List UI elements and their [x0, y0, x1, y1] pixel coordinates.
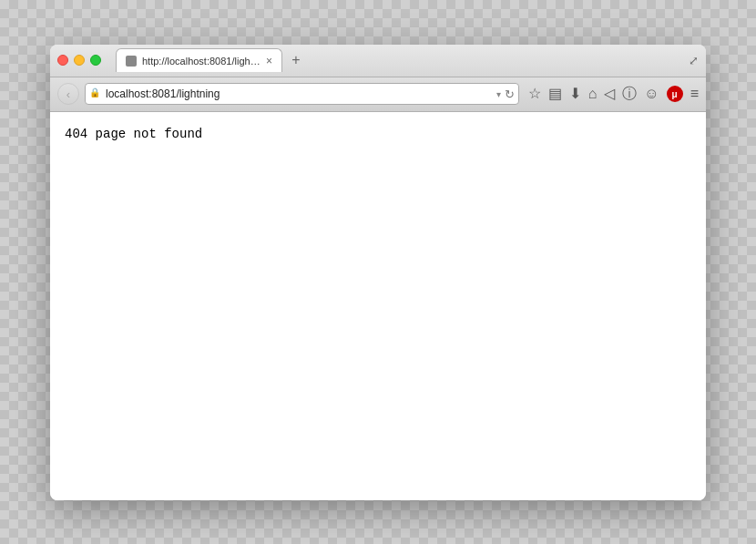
tab-close-icon[interactable]: ×: [266, 56, 272, 67]
tab-favicon: [126, 56, 137, 67]
menu-icon[interactable]: ≡: [690, 86, 699, 102]
ublock-button[interactable]: μ: [667, 86, 683, 102]
chat-icon[interactable]: ☺: [644, 87, 659, 101]
ublock-label: μ: [672, 89, 678, 99]
toolbar-icons: ☆ ▤ ⬇ ⌂ ◁ ⓘ ☺ μ ≡: [528, 86, 699, 102]
expand-icon[interactable]: ⤢: [689, 54, 699, 67]
reader-icon[interactable]: ▤: [548, 87, 562, 101]
back-icon: ‹: [66, 87, 70, 101]
address-input[interactable]: [106, 87, 493, 100]
toolbar: ‹ 🔒 ▾ ↻ ☆ ▤ ⬇ ⌂ ◁ ⓘ ☺ μ ≡: [50, 77, 706, 112]
tab-title: http://localhost:8081/lightning: [142, 56, 261, 67]
traffic-lights: [57, 55, 101, 66]
browser-window: http://localhost:8081/lightning × + ⤢ ‹ …: [50, 45, 706, 500]
new-tab-button[interactable]: +: [286, 50, 306, 70]
close-button[interactable]: [57, 55, 68, 66]
tab-area: http://localhost:8081/lightning × +: [116, 48, 683, 72]
download-icon[interactable]: ⬇: [569, 87, 581, 101]
minimize-button[interactable]: [74, 55, 85, 66]
address-bar[interactable]: 🔒 ▾ ↻: [85, 83, 519, 105]
maximize-button[interactable]: [90, 55, 101, 66]
back-button[interactable]: ‹: [57, 83, 79, 105]
back-arrow-icon[interactable]: ◁: [604, 87, 615, 101]
dropdown-icon[interactable]: ▾: [496, 89, 501, 99]
active-tab[interactable]: http://localhost:8081/lightning ×: [116, 48, 282, 72]
title-bar: http://localhost:8081/lightning × + ⤢: [50, 45, 706, 77]
bookmark-icon[interactable]: ☆: [528, 87, 541, 101]
info-icon[interactable]: ⓘ: [622, 87, 637, 101]
error-message: 404 page not found: [65, 127, 202, 141]
address-favicon-icon: 🔒: [89, 87, 102, 100]
home-icon[interactable]: ⌂: [588, 87, 598, 101]
refresh-icon[interactable]: ↻: [505, 87, 515, 101]
page-content: 404 page not found: [50, 112, 706, 500]
